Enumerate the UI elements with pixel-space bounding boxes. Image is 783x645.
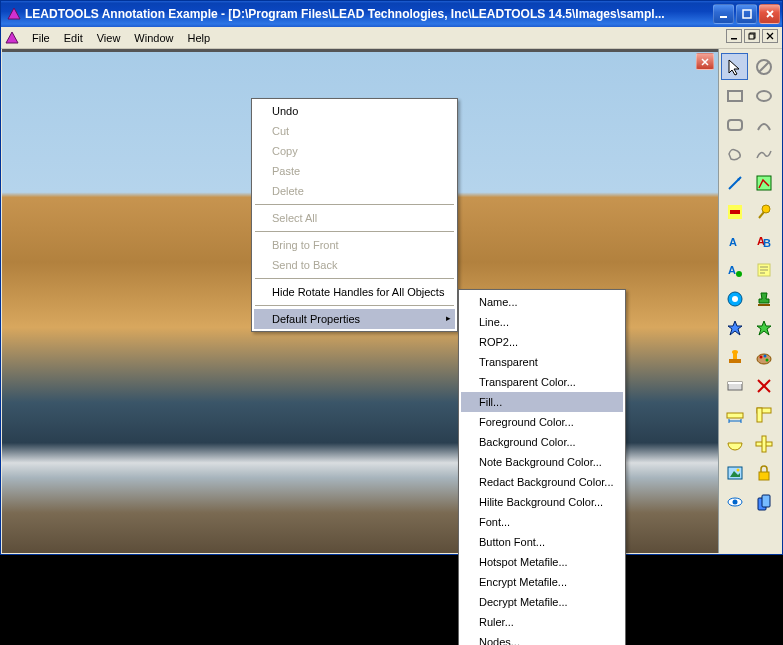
context-menu-item[interactable]: Undo	[254, 101, 455, 121]
menu-edit[interactable]: Edit	[57, 29, 90, 47]
point-blue[interactable]	[721, 314, 748, 341]
nodraw-tool[interactable]	[750, 53, 777, 80]
context-menu-item: Send to Back	[254, 255, 455, 275]
rect-tool[interactable]	[721, 82, 748, 109]
svg-text:B: B	[763, 237, 771, 249]
submenu-item[interactable]: Hotspot Metafile...	[461, 552, 623, 572]
crossproduct-tool[interactable]	[750, 372, 777, 399]
crossruler-tool[interactable]	[750, 430, 777, 457]
svg-point-29	[732, 296, 738, 302]
paint-tool[interactable]	[750, 343, 777, 370]
svg-rect-4	[731, 38, 737, 40]
note-tool[interactable]	[750, 256, 777, 283]
minimize-button[interactable]	[713, 4, 734, 24]
hotspot-tool[interactable]	[721, 285, 748, 312]
submenu-item[interactable]: Background Color...	[461, 432, 623, 452]
svg-rect-2	[743, 10, 751, 18]
rubber-stamp[interactable]	[721, 343, 748, 370]
oval-tool[interactable]	[750, 82, 777, 109]
image-tool[interactable]	[721, 459, 748, 486]
mdi-minimize-button[interactable]	[726, 29, 742, 43]
svg-line-18	[759, 212, 764, 218]
hilite-tool[interactable]	[750, 169, 777, 196]
svg-marker-3	[6, 32, 18, 43]
select-tool[interactable]	[721, 53, 748, 80]
submenu-item[interactable]: ROP2...	[461, 332, 623, 352]
svg-point-39	[765, 358, 768, 361]
textedit-tool[interactable]: AB	[750, 227, 777, 254]
submenu-item[interactable]: Line...	[461, 312, 623, 332]
svg-marker-0	[8, 8, 20, 19]
button-tool[interactable]	[721, 372, 748, 399]
redact-tool[interactable]	[721, 198, 748, 225]
mdi-restore-button[interactable]	[744, 29, 760, 43]
submenu-item[interactable]: Name...	[461, 292, 623, 312]
svg-text:A: A	[729, 236, 737, 248]
submenu-item[interactable]: Decrypt Metafile...	[461, 592, 623, 612]
menu-window[interactable]: Window	[127, 29, 180, 47]
context-menu-item: Select All	[254, 208, 455, 228]
svg-point-55	[736, 468, 739, 471]
pushpin-tool[interactable]	[750, 198, 777, 225]
context-menu-item: Paste	[254, 161, 455, 181]
svg-rect-52	[762, 436, 766, 452]
svg-point-38	[763, 354, 766, 357]
arc-tool[interactable]	[750, 111, 777, 138]
close-button[interactable]	[759, 4, 780, 24]
submenu-item[interactable]: Hilite Background Color...	[461, 492, 623, 512]
maximize-button[interactable]	[736, 4, 757, 24]
submenu-item[interactable]: Encrypt Metafile...	[461, 572, 623, 592]
context-menu-sep	[255, 231, 454, 232]
submenu-item[interactable]: Foreground Color...	[461, 412, 623, 432]
menu-file[interactable]: File	[25, 29, 57, 47]
context-menu-sep	[255, 204, 454, 205]
svg-rect-1	[720, 16, 727, 18]
line-tool[interactable]	[721, 169, 748, 196]
default-properties-submenu: Name...Line...ROP2...TransparentTranspar…	[458, 289, 626, 645]
context-menu-item: Cut	[254, 121, 455, 141]
svg-rect-34	[733, 353, 737, 359]
submenu-item[interactable]: Transparent Color...	[461, 372, 623, 392]
eye-tool[interactable]	[721, 488, 748, 515]
menu-view[interactable]: View	[90, 29, 128, 47]
svg-rect-44	[727, 413, 743, 418]
polyruler-tool[interactable]	[721, 430, 748, 457]
protractor-tool[interactable]	[750, 401, 777, 428]
context-menu-item[interactable]: Default Properties	[254, 309, 455, 329]
submenu-item[interactable]: Transparent	[461, 352, 623, 372]
freehand-open[interactable]	[750, 140, 777, 167]
submenu-item[interactable]: Fill...	[461, 392, 623, 412]
svg-rect-56	[759, 472, 769, 480]
document-close-button[interactable]	[696, 53, 714, 70]
point-green[interactable]	[750, 314, 777, 341]
submenu-item[interactable]: Note Background Color...	[461, 452, 623, 472]
svg-marker-31	[728, 321, 742, 335]
ruler-tool[interactable]	[721, 401, 748, 428]
roundrect-tool[interactable]	[721, 111, 748, 138]
titlebar[interactable]: LEADTOOLS Annotation Example - [D:\Progr…	[1, 1, 782, 27]
text-tool[interactable]: A	[721, 227, 748, 254]
submenu-item[interactable]: Nodes...	[461, 632, 623, 645]
submenu-item[interactable]: Ruler...	[461, 612, 623, 632]
encrypt-tool[interactable]	[750, 459, 777, 486]
context-menu-sep	[255, 305, 454, 306]
svg-rect-41	[728, 382, 742, 384]
context-menu-item: Bring to Front	[254, 235, 455, 255]
context-menu-item: Copy	[254, 141, 455, 161]
textpointer-tool[interactable]: A	[721, 256, 748, 283]
context-menu: UndoCutCopyPasteDeleteSelect AllBring to…	[251, 98, 458, 332]
freehand-closed[interactable]	[721, 140, 748, 167]
svg-line-8	[759, 62, 769, 72]
context-menu-item[interactable]: Hide Rotate Handles for All Objects	[254, 282, 455, 302]
submenu-item[interactable]: Redact Background Color...	[461, 472, 623, 492]
menu-help[interactable]: Help	[180, 29, 217, 47]
decrypt-tool[interactable]	[750, 488, 777, 515]
mdi-close-button[interactable]	[762, 29, 778, 43]
app-icon	[7, 7, 21, 21]
submenu-item[interactable]: Font...	[461, 512, 623, 532]
stamp-tool[interactable]	[750, 285, 777, 312]
submenu-item[interactable]: Button Font...	[461, 532, 623, 552]
window-title: LEADTOOLS Annotation Example - [D:\Progr…	[25, 7, 713, 21]
svg-rect-6	[749, 34, 754, 39]
svg-rect-49	[757, 408, 762, 422]
